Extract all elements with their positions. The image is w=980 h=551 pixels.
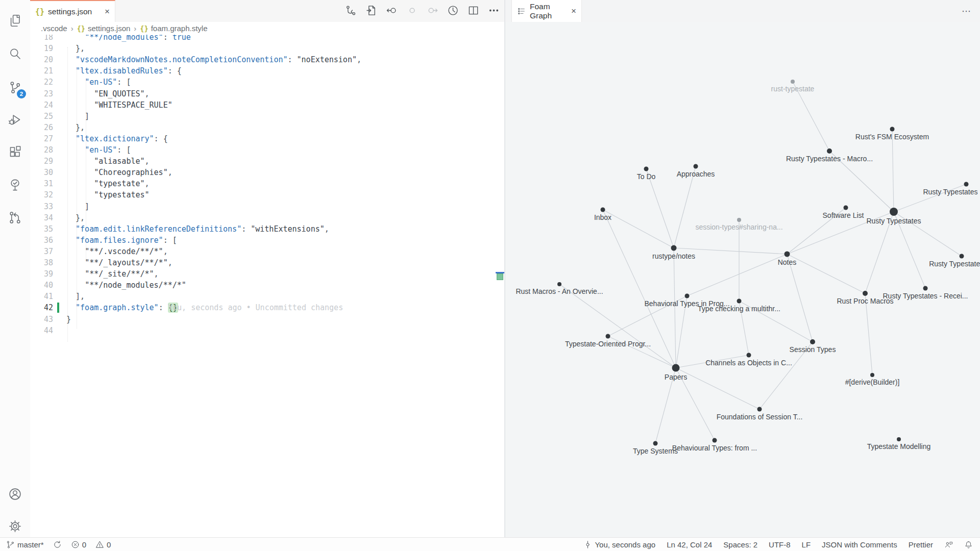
tab-settings-json[interactable]: {} settings.json × [30,0,115,22]
activity-account[interactable] [0,481,30,507]
graph-edge [603,210,674,248]
token: , [163,247,168,256]
graph-node-label: Foundations of Session T... [717,413,803,421]
breadcrumb-label: settings.json [88,24,130,33]
activity-explorer[interactable] [0,7,30,34]
status-formatter[interactable]: Prettier [909,540,933,549]
code-line: 30 "Choreographies", [30,167,495,178]
graph-node-rt_ts[interactable] [791,80,795,84]
previous-change-button[interactable] [385,4,398,17]
foam-graph-canvas[interactable]: rust-typestateRust's FSM EcosystemRusty … [505,22,980,537]
status-language-mode[interactable]: JSON with Comments [822,540,897,549]
activity-run-debug[interactable] [0,106,30,133]
graph-node-todo[interactable] [644,167,649,171]
activity-todo-tree[interactable] [0,171,30,198]
close-icon[interactable]: × [105,7,110,16]
code-line: 38 "**/_layouts/**/*", [30,257,495,268]
graph-node-derive[interactable] [870,373,874,377]
status-errors[interactable]: 0 [71,540,86,549]
graph-node-rustmacros[interactable] [557,282,561,286]
split-editor-button[interactable] [467,4,480,17]
code-line: 18 "**/node_modules": true [30,35,495,43]
activity-settings[interactable] [0,513,30,539]
json-file-icon: {} [35,7,44,16]
breadcrumb-item--vscode[interactable]: .vscode [41,24,67,33]
status-git-branch[interactable]: master* [6,540,44,549]
graph-node-recei[interactable] [923,286,928,291]
graph-edge [676,368,760,409]
status-label: 0 [107,540,111,549]
graph-node-label: Typestate Modelling [867,442,931,450]
more-actions-button[interactable] [487,4,500,17]
graph-node-macro[interactable] [827,148,832,154]
graph-node-label: Rusty Typestates - Macro... [786,155,873,163]
graph-node-typecheck[interactable] [737,299,742,304]
graph-edge [687,254,787,296]
graph-node-rttop[interactable] [964,182,969,187]
status-warnings[interactable]: 0 [95,540,111,549]
activity-git-graph[interactable] [0,204,30,231]
token: : [ [163,236,177,245]
tab-foam-graph[interactable]: Foam Graph × [511,0,582,22]
graph-node-papers[interactable] [672,364,680,372]
status-sync-changes[interactable] [53,540,62,549]
graph-node-behavioural[interactable] [713,438,717,443]
graph-node-label: To Do [637,172,656,181]
open-file-button[interactable] [364,4,378,17]
token [66,35,85,42]
code-text: "ltex.dictionary": { [66,133,168,144]
status-notifications[interactable] [964,540,973,549]
activity-extensions[interactable] [0,139,30,165]
token: "**/_site/**/*" [85,269,154,279]
code-editor[interactable]: 18 "**/node_modules": true19 },20 "vscod… [30,35,495,537]
graph-node-label: Session Types [790,345,836,354]
status-eol[interactable]: LF [802,540,811,549]
graph-node-behavioral[interactable] [685,294,690,298]
code-text: "foam.files.ignore": [ [66,235,177,246]
code-text: } [66,314,71,325]
status-cursor-position[interactable]: Ln 42, Col 24 [667,540,712,549]
open-timeline-button[interactable] [446,4,459,17]
graph-node-inbox[interactable] [601,208,605,212]
token: , [145,89,150,98]
status-indentation[interactable]: Spaces: 2 [723,540,757,549]
token [66,101,94,110]
close-icon[interactable]: × [571,7,576,15]
graph-node-topl[interactable] [606,334,610,339]
graph-node-rtright[interactable] [960,254,964,259]
status-encoding[interactable]: UTF-8 [769,540,791,549]
activity-search[interactable] [0,40,30,67]
graph-node-proc[interactable] [863,291,868,296]
more-actions-icon[interactable]: ⋯ [962,0,972,22]
status-feedback[interactable] [944,540,953,549]
graph-node-label: Channels as Objects in C... [705,359,792,367]
token: "ltex.disabledRules" [76,66,168,76]
graph-node-label: Rust Proc Macros [837,297,893,305]
code-text: }, [66,43,85,54]
graph-node-sestypes[interactable] [810,339,815,344]
graph-node-typesys[interactable] [653,441,658,446]
code-line: 21 "ltex.disabledRules": { [30,65,495,77]
status-blame-status[interactable]: You, seconds ago [583,540,655,549]
status-label: JSON with Comments [822,540,897,549]
graph-node-foundations[interactable] [757,407,762,412]
graph-node-approaches[interactable] [694,164,698,169]
graph-node-notes[interactable] [785,252,790,257]
graph-node-session[interactable] [737,218,741,222]
graph-node-fsm[interactable] [890,127,895,132]
open-changes-button[interactable] [344,4,357,17]
token: "WHITESPACE_RULE" [94,101,173,110]
graph-node-hub[interactable] [890,208,898,216]
graph-node-channels[interactable] [747,353,751,358]
breadcrumb: .vscode›{}settings.json›{}foam.graph.sty… [30,22,515,35]
graph-node-software[interactable] [844,206,848,210]
breadcrumb-item-foam-graph-style[interactable]: {}foam.graph.style [140,24,207,33]
breadcrumb-item-settings-json[interactable]: {}settings.json [77,24,131,33]
token: "en-US" [85,145,117,155]
code-text: "WHITESPACE_RULE" [66,99,173,111]
activity-source-control[interactable]: 2 [0,74,30,101]
graph-node-rustype[interactable] [671,245,677,251]
previous-diff-button [405,4,419,17]
token: , [168,258,173,267]
graph-node-modelling[interactable] [897,437,901,441]
